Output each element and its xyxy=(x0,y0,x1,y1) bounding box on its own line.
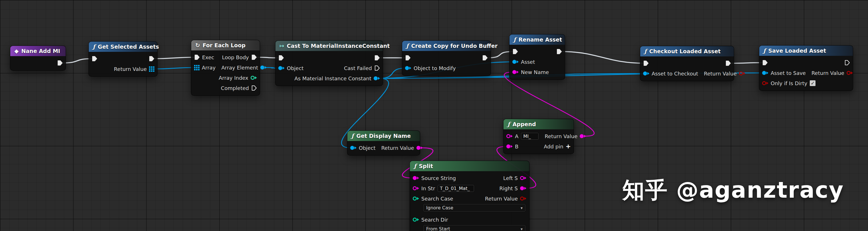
pin-exec-out[interactable] xyxy=(841,57,853,68)
pin-loop-body-icon xyxy=(251,54,257,60)
pin-return-value[interactable]: Return Value xyxy=(542,131,589,141)
pin-object[interactable]: Object xyxy=(275,63,307,73)
pin-asset[interactable]: Asset xyxy=(509,57,538,67)
pin-exec-in[interactable] xyxy=(402,53,413,63)
node-save-loaded-asset[interactable]: ƒSave Loaded AssetAsset to SaveReturn Va… xyxy=(759,45,853,91)
pin-exec-in[interactable] xyxy=(509,46,521,57)
pin-label: New Name xyxy=(521,69,549,75)
pin-value-input[interactable] xyxy=(437,185,474,192)
pin-array-index[interactable]: Array Index xyxy=(216,73,260,83)
pin-exec-out-icon xyxy=(374,55,380,61)
pin-search-case[interactable]: Search Case xyxy=(410,193,456,204)
pin-object-to-modify[interactable]: Object to Modify xyxy=(402,63,459,73)
pin-completed-icon xyxy=(251,85,257,91)
node-for-each-loop[interactable]: ↻For Each LoopExecLoop BodyArrayArray El… xyxy=(191,40,260,96)
node-title: Append xyxy=(513,121,536,127)
pin-loop-body[interactable]: Loop Body xyxy=(219,52,260,63)
pin-return-value[interactable]: Return Value xyxy=(111,64,157,74)
node-append[interactable]: ƒAppendAReturn ValueBAdd pin+ xyxy=(503,119,574,154)
pin-array[interactable]: Array xyxy=(191,63,218,73)
node-title: Create Copy for Undo Buffer xyxy=(411,43,497,49)
pin-cast-failed[interactable]: Cast Failed xyxy=(341,63,383,73)
pin-label: Return Value xyxy=(704,71,737,77)
node-title: Checkout Loaded Asset xyxy=(649,48,721,54)
pin-exec-out[interactable] xyxy=(722,58,734,68)
pin-label: Return Value xyxy=(381,145,414,151)
pin-in-str[interactable]: In Str xyxy=(410,183,477,193)
wire-object xyxy=(153,68,195,69)
cast-icon: ↦ xyxy=(279,42,284,49)
pin-a-icon xyxy=(506,134,513,138)
node-title: Rename Asset xyxy=(519,36,562,43)
pin-source-string[interactable]: Source String xyxy=(410,173,459,183)
pin-exec-in[interactable] xyxy=(640,58,652,68)
pin-return-value[interactable]: Return Value xyxy=(701,68,748,79)
pin-left-s[interactable]: Left S xyxy=(500,173,529,183)
pin-asset-to-save[interactable]: Asset to Save xyxy=(759,68,809,78)
chevron-down-icon: ▾ xyxy=(521,227,523,231)
node-title: Cast To MaterialInstanceConstant xyxy=(287,43,390,49)
pin-value-input[interactable] xyxy=(521,132,539,140)
pin-add-pin-icon: + xyxy=(566,144,571,149)
pin-object-to-modify-icon xyxy=(405,66,411,70)
node-checkout-loaded-asset[interactable]: ƒCheckout Loaded AssetAsset to CheckoutR… xyxy=(640,46,734,81)
pin-exec-in[interactable] xyxy=(89,53,100,64)
fn-icon: ƒ xyxy=(763,47,766,54)
pin-array-icon xyxy=(194,65,199,70)
blueprint-graph-canvas[interactable]: 知乎 @aganztracy ◆Nane Add MIƒGet Selected… xyxy=(0,0,868,231)
pin-completed[interactable]: Completed xyxy=(218,83,260,93)
pin-object[interactable]: Object xyxy=(347,143,378,153)
pin-a[interactable]: A xyxy=(503,131,542,141)
pin-exec-out-icon xyxy=(844,60,850,66)
pin-return-value-icon xyxy=(149,66,154,72)
pin-add-pin[interactable]: Add pin+ xyxy=(541,141,574,152)
node-nane-add-mi[interactable]: ◆Nane Add MI xyxy=(10,46,66,71)
pin-label: Array Element xyxy=(221,65,258,71)
node-rename-asset[interactable]: ƒRename AssetAssetNew Name xyxy=(509,34,565,80)
pin-label: Object xyxy=(359,145,376,151)
pin-exec-out[interactable] xyxy=(554,46,565,57)
pin-label: Array xyxy=(202,65,216,71)
add-pin-icon: + xyxy=(566,144,571,149)
pin-array-element[interactable]: Array Element xyxy=(218,63,270,73)
pin-return-value[interactable]: Return Value xyxy=(809,68,856,78)
pin-exec-in-icon xyxy=(513,49,518,54)
pin-exec-out[interactable] xyxy=(146,53,157,64)
node-cast-to-materialinstanceconstant[interactable]: ↦Cast To MaterialInstanceConstantObjectC… xyxy=(275,40,383,86)
pin-exec-in-icon xyxy=(762,60,768,66)
node-get-selected-assets[interactable]: ƒGet Selected AssetsReturn Value xyxy=(89,41,158,77)
pin-exec-in[interactable] xyxy=(275,53,287,63)
pin-b[interactable]: B xyxy=(503,141,521,152)
pin-asset-to-checkout-icon xyxy=(643,72,649,75)
dropdown[interactable]: Ignore Case▾ xyxy=(423,204,526,212)
pin-exec-out[interactable] xyxy=(371,53,383,63)
pin-exec-in[interactable]: Exec xyxy=(191,52,217,63)
fn-icon: ƒ xyxy=(351,132,354,139)
pin-right-s-icon xyxy=(520,186,526,190)
pin-label: A xyxy=(515,133,518,139)
pin-search-dir[interactable]: Search Dir xyxy=(410,215,451,225)
pin-array-element-icon xyxy=(260,66,267,70)
pin-return-value[interactable]: Return Value xyxy=(482,193,529,204)
pin-label: Loop Body xyxy=(222,54,249,61)
pin-exec-in[interactable] xyxy=(759,57,771,68)
node-create-copy-for-undo-buffer[interactable]: ƒCreate Copy for Undo BufferObject to Mo… xyxy=(402,40,491,76)
pin-only-if-is-dirty[interactable]: Only if Is Dirty✓ xyxy=(759,78,818,88)
pin-return-value[interactable]: Return Value xyxy=(378,143,426,153)
node-title: For Each Loop xyxy=(203,42,245,48)
node-get-display-name[interactable]: ƒGet Display NameObjectReturn Value xyxy=(347,130,420,156)
pin-new-name[interactable]: New Name xyxy=(509,67,552,77)
node-header: ƒCreate Copy for Undo Buffer xyxy=(402,41,491,51)
pin-exec-out[interactable] xyxy=(479,53,491,63)
node-header: ƒCheckout Loaded Asset xyxy=(640,46,734,56)
dropdown[interactable]: From Start▾ xyxy=(423,225,526,231)
node-split[interactable]: ƒSplitSource StringLeft SIn StrRight SSe… xyxy=(410,161,529,231)
pin-as-material-instance-constant[interactable]: As Material Instance Constant xyxy=(292,73,383,83)
pin-return-value-icon xyxy=(739,72,745,75)
checkbox[interactable]: ✓ xyxy=(809,80,816,86)
pin-right-s[interactable]: Right S xyxy=(496,183,529,193)
wire-exec xyxy=(730,63,763,63)
node-header: ↦Cast To MaterialInstanceConstant xyxy=(275,41,383,51)
pin-exec-out[interactable] xyxy=(54,58,66,68)
pin-asset-to-checkout[interactable]: Asset to Checkout xyxy=(640,68,701,79)
